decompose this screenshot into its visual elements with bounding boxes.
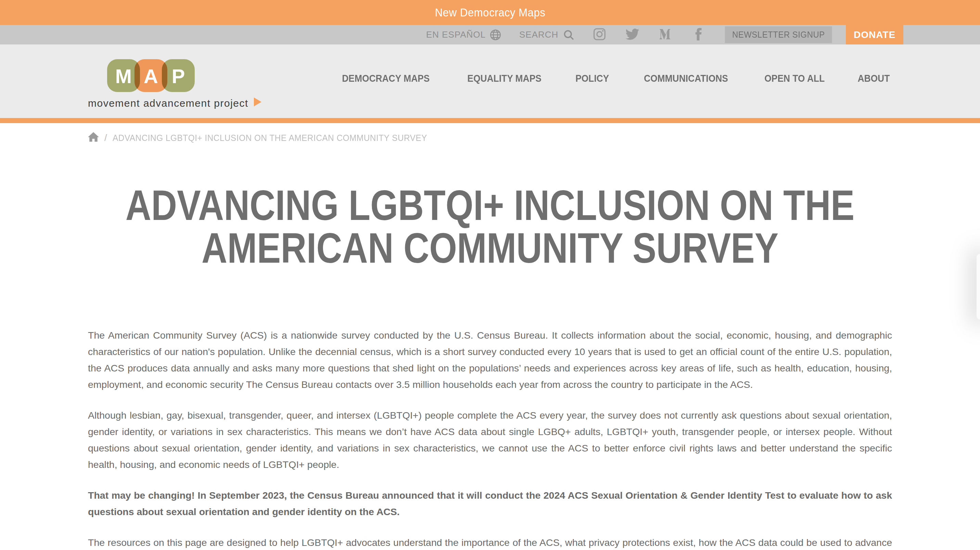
header-accent-bar — [0, 118, 980, 123]
paragraph-resources: The resources on this page are designed … — [88, 534, 892, 550]
logo-letter-m: M — [115, 65, 132, 87]
nav-item-about[interactable]: ABOUT — [858, 73, 890, 84]
page-title: ADVANCING LGBTQI+ INCLUSION ON THE AMERI… — [78, 184, 902, 270]
title-line-2: AMERICAN COMMUNITY SURVEY — [78, 227, 902, 270]
title-line-1: ADVANCING LGBTQI+ INCLUSION ON THE — [78, 184, 902, 227]
logo-letter-p: P — [172, 65, 185, 87]
search-icon — [563, 29, 575, 41]
medium-icon — [659, 27, 672, 43]
logo-wordmark: movement advancement project — [88, 97, 248, 109]
feedback-tab[interactable] — [977, 254, 980, 320]
logo-letter-a: A — [144, 65, 158, 87]
logo-mark: M A P — [107, 59, 195, 95]
main-nav: DEMOCRACY MAPS EQUALITY MAPS POLICY COMM… — [336, 73, 892, 84]
language-label: EN ESPAÑOL — [426, 29, 485, 40]
language-link[interactable]: EN ESPAÑOL — [426, 29, 501, 41]
twitter-icon — [625, 27, 639, 43]
logo-arrow-icon — [253, 97, 262, 110]
facebook-icon — [691, 27, 705, 43]
social-icons-row — [593, 27, 705, 43]
medium-link[interactable] — [659, 27, 672, 43]
paragraph-acs-overview: The American Community Survey (ACS) is a… — [88, 327, 892, 393]
donate-button[interactable]: DONATE — [846, 25, 904, 45]
nav-item-equality-maps[interactable]: EQUALITY MAPS — [468, 73, 542, 84]
paragraph-lgbtqi-gap: Although lesbian, gay, bisexual, transge… — [88, 407, 892, 473]
nav-item-policy[interactable]: POLICY — [576, 73, 609, 84]
utility-bar: EN ESPAÑOL SEARCH — [0, 25, 980, 45]
home-icon[interactable] — [88, 132, 99, 144]
map-logo[interactable]: M A P movement advancement project — [88, 59, 262, 110]
banner-link[interactable]: New Democracy Maps — [435, 6, 546, 19]
nav-item-democracy-maps[interactable]: DEMOCRACY MAPS — [342, 73, 430, 84]
globe-icon — [490, 29, 501, 41]
newsletter-signup-button[interactable]: NEWSLETTER SIGNUP — [725, 26, 832, 43]
site-header: M A P movement advancement project DEMOC… — [0, 45, 980, 118]
search-link[interactable]: SEARCH — [519, 29, 574, 41]
breadcrumb: / ADVANCING LGBTQI+ INCLUSION ON THE AME… — [88, 132, 892, 144]
twitter-link[interactable] — [625, 27, 639, 43]
search-label: SEARCH — [519, 29, 558, 40]
nav-item-communications[interactable]: COMMUNICATIONS — [644, 73, 728, 84]
article-body: The American Community Survey (ACS) is a… — [88, 327, 892, 550]
facebook-link[interactable] — [691, 27, 705, 43]
paragraph-sogi-test: That may be changing! In September 2023,… — [88, 487, 892, 520]
breadcrumb-separator: / — [104, 132, 107, 143]
top-banner: New Democracy Maps — [0, 0, 980, 25]
instagram-link[interactable] — [593, 27, 606, 43]
nav-item-open-to-all[interactable]: OPEN TO ALL — [764, 73, 825, 84]
instagram-icon — [593, 27, 606, 43]
breadcrumb-current: ADVANCING LGBTQI+ INCLUSION ON THE AMERI… — [113, 133, 427, 143]
